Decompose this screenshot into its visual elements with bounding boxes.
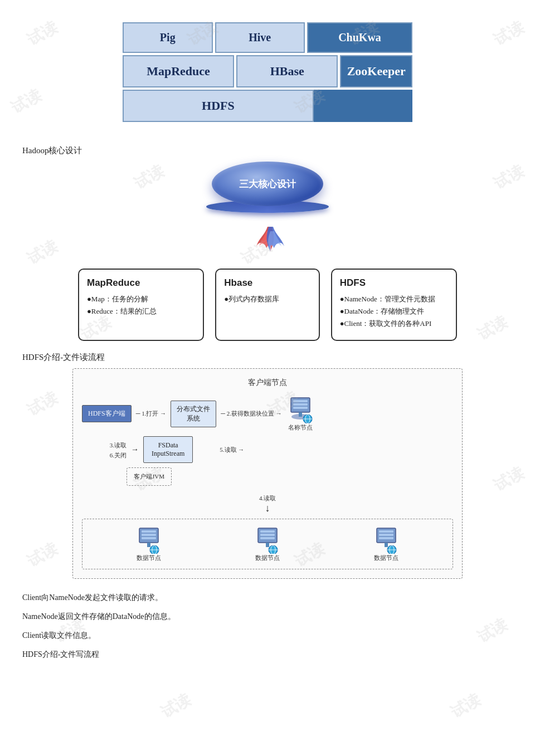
svg-point-14 (150, 545, 159, 554)
svg-rect-20 (260, 537, 275, 539)
hdfs-client-box: HDFS客户端 (82, 405, 132, 422)
mapreduce-box-title: MapReduce (87, 277, 195, 289)
hbase-box: Hbase ●列式内存数据库 (215, 269, 319, 341)
svg-rect-21 (266, 543, 269, 547)
hdfs-box-title: HDFS (340, 277, 448, 289)
datanode-1: 数据节点 (135, 526, 163, 562)
distributed-fs-box: 分布式文件系统 (171, 401, 216, 427)
svg-rect-1 (293, 400, 308, 402)
datanode-1-label: 数据节点 (137, 554, 161, 562)
hdfs-spacer (314, 90, 412, 122)
hadoop-row-3: HDFS (123, 90, 412, 122)
datanode-2-label: 数据节点 (255, 554, 280, 562)
client-jvm-label: 客户端JVM (127, 467, 453, 486)
svg-rect-26 (379, 530, 393, 533)
hive-cell: Hive (215, 22, 305, 53)
datanode-2-icon (254, 526, 281, 554)
section2-label: HDFS介绍-文件读流程 (22, 352, 513, 363)
desc-2: NameNode返回文件存储的DataNode的信息。 (22, 609, 513, 625)
namenode-label: 名称节点 (288, 423, 313, 432)
pig-cell: Pig (123, 22, 213, 53)
hdfs-read-diagram: 客户端节点 HDFS客户端 ─ 1.打开 → 分布式文件系统 ─ 2.获得数据块… (72, 368, 463, 579)
core-design-diagram: 三大核心设计 MapReduce (78, 162, 457, 341)
svg-rect-29 (385, 543, 388, 547)
svg-rect-19 (260, 534, 275, 536)
datanodes-area: 数据节点 数据节点 (82, 519, 453, 569)
hadoop-ecosystem-diagram: Pig Hive ChuKwa MapReduce HBase ZooKeep (123, 22, 412, 124)
hdfs-box: HDFS ●NameNode：管理文件元数据●DataNode：存储物理文件●C… (331, 269, 457, 341)
namenode-icon (286, 396, 314, 423)
svg-rect-28 (379, 537, 393, 539)
step2-label: ─ 2.获得数据块位置 → (221, 409, 282, 418)
datanode-1-icon (135, 526, 163, 554)
hdfs-cell: HDFS (123, 90, 314, 122)
hbase-box-title: Hbase (224, 277, 310, 289)
zookeeper-cell: ZooKeeper (340, 55, 412, 87)
desc-3: Client读取文件信息。 (22, 628, 513, 643)
svg-rect-18 (260, 530, 275, 533)
chukwa-cell: ChuKwa (307, 22, 412, 53)
fsdata-box: FSDataInputStream (143, 436, 193, 463)
datanode-3: 数据节点 (372, 526, 400, 562)
hadoop-row-2: MapReduce HBase ZooKeeper (123, 55, 412, 87)
mapreduce-box: MapReduce ●Map：任务的分解●Reduce：结果的汇总 (78, 269, 204, 341)
hdfs-box-content: ●NameNode：管理文件元数据●DataNode：存储物理文件●Client… (340, 293, 448, 330)
datanode-3-label: 数据节点 (374, 554, 398, 562)
datanode-2: 数据节点 (254, 526, 281, 562)
svg-rect-13 (147, 543, 150, 547)
datanodes-row: 数据节点 数据节点 (89, 526, 446, 562)
hdfs-client-area-label: 客户端节点 (82, 378, 453, 388)
step5-label: 5.读取 → (220, 446, 244, 454)
svg-point-30 (387, 545, 396, 554)
globe-button: 三大核心设计 (212, 162, 323, 206)
datanode-3-icon (372, 526, 400, 554)
svg-point-22 (269, 545, 278, 554)
hbase-box-content: ●列式内存数据库 (224, 293, 310, 305)
flame-arrows (78, 224, 457, 269)
step4-area: 4.读取 ↓ (82, 492, 453, 514)
step1-label: ─ 1.打开 → (136, 409, 167, 418)
desc-4: HDFS介绍-文件写流程 (22, 647, 513, 662)
svg-rect-11 (142, 534, 156, 536)
svg-rect-2 (293, 403, 308, 406)
namenode-area: 名称节点 (286, 396, 314, 432)
svg-rect-27 (379, 534, 393, 536)
step4-label: 4.读取 (259, 495, 276, 501)
svg-rect-5 (299, 412, 302, 417)
mapreduce-box-content: ●Map：任务的分解●Reduce：结果的汇总 (87, 293, 195, 318)
step3-6-label: 3.读取6.关闭 (110, 442, 127, 459)
section1-label: Hadoop核心设计 (22, 145, 513, 156)
core-boxes: MapReduce ●Map：任务的分解●Reduce：结果的汇总 Hbase … (78, 269, 457, 341)
hdfs-mid-row: 3.读取6.关闭 → FSDataInputStream 5.读取 → (82, 436, 453, 463)
svg-rect-3 (293, 407, 308, 409)
mapreduce-cell: MapReduce (123, 55, 234, 87)
hbase-cell: HBase (236, 55, 338, 87)
svg-rect-10 (142, 530, 156, 533)
desc-1: Client向NameNode发起文件读取的请求。 (22, 590, 513, 606)
hdfs-top-row: HDFS客户端 ─ 1.打开 → 分布式文件系统 ─ 2.获得数据块位置 → (82, 396, 453, 432)
hadoop-row-1: Pig Hive ChuKwa (123, 22, 412, 53)
svg-rect-12 (142, 537, 156, 539)
